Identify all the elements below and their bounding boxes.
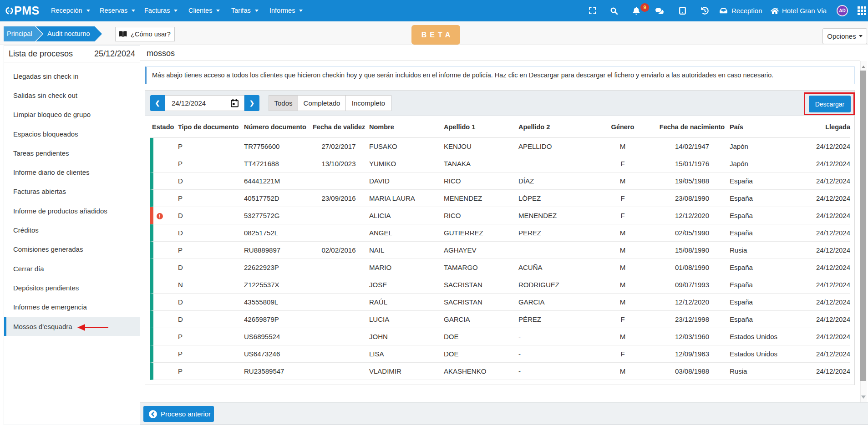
svg-text:u: u bbox=[8, 9, 10, 13]
